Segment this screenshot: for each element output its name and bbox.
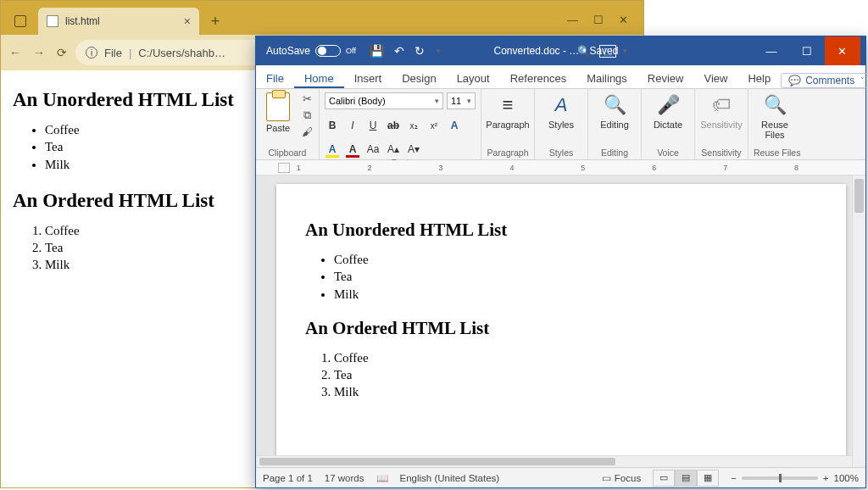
- ruler-mark: 7: [723, 164, 794, 172]
- font-color-button[interactable]: A: [345, 142, 360, 157]
- list-item: Milk: [334, 286, 821, 303]
- tab-file[interactable]: File: [256, 72, 294, 88]
- print-layout-button[interactable]: ▤: [675, 470, 697, 487]
- cut-icon[interactable]: ✂: [300, 92, 314, 105]
- text-effects-button[interactable]: A: [447, 118, 462, 133]
- tab-review[interactable]: Review: [637, 72, 694, 88]
- toggle-icon[interactable]: [315, 45, 341, 57]
- tab-help[interactable]: Help: [737, 72, 781, 88]
- sensitivity-icon: 🏷: [712, 92, 731, 118]
- new-tab-button[interactable]: +: [204, 10, 226, 32]
- tab-design[interactable]: Design: [392, 72, 446, 88]
- subscript-button[interactable]: x₂: [406, 118, 421, 133]
- browser-tab-overview[interactable]: [6, 8, 35, 35]
- horizontal-scrollbar[interactable]: [256, 455, 852, 467]
- styles-button[interactable]: A Styles: [540, 92, 582, 130]
- document-page[interactable]: An Unordered HTML List Coffee Tea Milk A…: [276, 184, 846, 467]
- ribbon-group-clipboard: Paste ✂ ⧉ 🖌 Clipboard: [256, 89, 320, 159]
- autosave-state: Off: [346, 47, 356, 55]
- sensitivity-label: Sensitivity: [700, 120, 743, 130]
- paragraph-button[interactable]: ≡ Paragraph: [487, 92, 529, 130]
- list-item: Tea: [334, 366, 821, 383]
- maximize-icon[interactable]: ☐: [789, 36, 825, 65]
- qat-more-icon[interactable]: ▾: [437, 47, 441, 55]
- reuse-files-button[interactable]: 🔍 Reuse Files: [754, 92, 796, 140]
- group-label: Styles: [540, 147, 582, 159]
- status-page[interactable]: Page 1 of 1: [263, 473, 313, 483]
- close-icon[interactable]: ✕: [825, 36, 860, 65]
- back-icon[interactable]: ←: [9, 46, 21, 59]
- bold-button[interactable]: B: [325, 118, 340, 133]
- web-layout-button[interactable]: ▦: [697, 470, 719, 487]
- page-icon: [47, 15, 58, 27]
- focus-mode-button[interactable]: ▭ Focus: [602, 472, 641, 484]
- ribbon-group-sensitivity: 🏷 Sensitivity Sensitivity: [695, 89, 748, 159]
- sensitivity-button[interactable]: 🏷 Sensitivity: [700, 92, 743, 130]
- tab-home[interactable]: Home: [294, 72, 344, 88]
- copy-icon[interactable]: ⧉: [300, 109, 314, 122]
- save-icon[interactable]: 💾: [370, 44, 384, 58]
- zoom-out-icon[interactable]: −: [731, 473, 737, 483]
- zoom-in-icon[interactable]: +: [823, 473, 829, 483]
- group-label: Clipboard: [261, 147, 314, 159]
- spellcheck-icon[interactable]: 📖: [376, 472, 388, 484]
- editing-button[interactable]: 🔍 Editing: [593, 92, 636, 130]
- document-name[interactable]: Converted.doc - … • Saved ▾: [494, 45, 628, 57]
- superscript-button[interactable]: x²: [426, 118, 442, 133]
- ribbon-group-reuse: 🔍 Reuse Files Reuse Files: [748, 89, 805, 159]
- zoom-control[interactable]: − + 100%: [731, 473, 859, 483]
- undo-icon[interactable]: ↶: [394, 44, 404, 58]
- close-icon[interactable]: ✕: [619, 14, 628, 26]
- browser-tab-active[interactable]: list.html ×: [38, 8, 199, 35]
- ribbon-group-paragraph: ≡ Paragraph Paragraph: [481, 89, 535, 159]
- highlight-button[interactable]: A: [325, 142, 340, 157]
- shrink-font-button[interactable]: A▾: [406, 142, 421, 157]
- change-case-button[interactable]: Aa: [365, 142, 381, 157]
- status-language[interactable]: English (United States): [400, 473, 500, 483]
- read-mode-button[interactable]: ▭: [653, 470, 675, 487]
- grow-font-button[interactable]: A▴: [386, 142, 401, 157]
- redo-icon[interactable]: ↻: [415, 44, 425, 58]
- address-separator: |: [129, 47, 131, 59]
- tab-layout[interactable]: Layout: [447, 72, 500, 88]
- reload-icon[interactable]: ⟳: [57, 46, 67, 59]
- paste-button[interactable]: Paste: [261, 92, 295, 133]
- vertical-scrollbar[interactable]: [852, 175, 865, 467]
- paste-label: Paste: [266, 123, 290, 133]
- find-icon: 🔍: [604, 92, 626, 118]
- underline-button[interactable]: U: [365, 118, 381, 133]
- forward-icon[interactable]: →: [33, 46, 45, 59]
- autosave-toggle[interactable]: AutoSave Off: [261, 45, 361, 57]
- reuse-icon: 🔍: [764, 92, 787, 118]
- minimize-icon[interactable]: —: [567, 14, 578, 26]
- tab-insert[interactable]: Insert: [344, 72, 392, 88]
- font-size-selector[interactable]: 11▾: [447, 92, 476, 109]
- font-name-selector[interactable]: Calibri (Body)▾: [325, 92, 443, 109]
- comments-label: Comments: [805, 75, 854, 86]
- strikethrough-button[interactable]: ab: [386, 118, 401, 133]
- site-info-icon[interactable]: i: [86, 47, 97, 58]
- clipboard-icon: [266, 92, 290, 121]
- tab-view[interactable]: View: [693, 72, 737, 88]
- dictate-button[interactable]: 🎤 Dictate: [647, 92, 689, 130]
- tab-references[interactable]: References: [500, 72, 576, 88]
- italic-button[interactable]: I: [345, 118, 360, 133]
- autosave-label: AutoSave: [266, 45, 310, 57]
- font-size-value: 11: [451, 96, 461, 106]
- browser-nav-buttons: ← → ⟳: [9, 46, 67, 59]
- maximize-icon[interactable]: ☐: [593, 14, 604, 26]
- minimize-icon[interactable]: —: [754, 36, 789, 65]
- list-item: Coffee: [334, 251, 821, 268]
- word-window: AutoSave Off 💾 ↶ ↻ ▾ Converted.doc - … •…: [255, 36, 866, 488]
- ruler-tab-selector[interactable]: [278, 163, 290, 173]
- tab-mailings[interactable]: Mailings: [576, 72, 637, 88]
- format-painter-icon[interactable]: 🖌: [300, 125, 314, 138]
- paragraph-icon: ≡: [503, 92, 514, 118]
- status-words[interactable]: 17 words: [325, 473, 364, 483]
- zoom-slider[interactable]: [742, 476, 818, 480]
- paragraph-label: Paragraph: [486, 120, 529, 130]
- horizontal-ruler[interactable]: 1 2 3 4 5 6 7 8: [256, 160, 865, 175]
- zoom-value[interactable]: 100%: [834, 473, 859, 483]
- comments-button[interactable]: 💬 Comments ˅: [781, 73, 868, 88]
- tab-close-icon[interactable]: ×: [184, 14, 191, 28]
